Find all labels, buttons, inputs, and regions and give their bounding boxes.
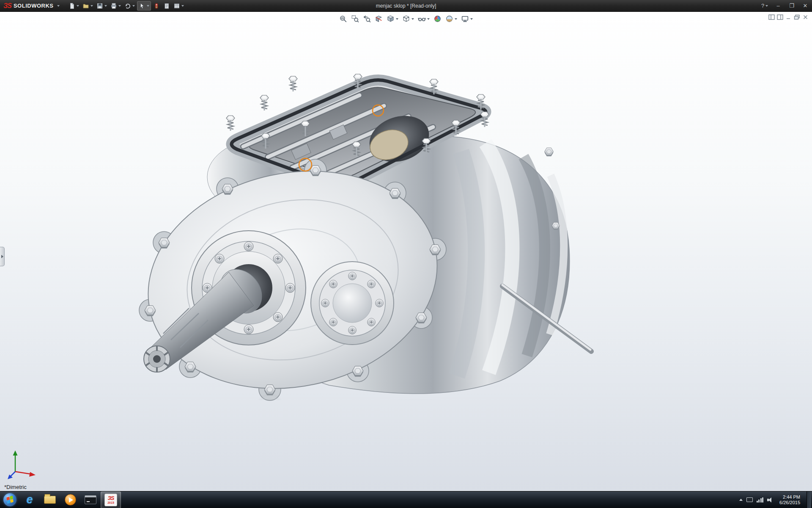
previous-view-button[interactable] xyxy=(362,14,372,24)
gearbox-3d-model-canvas[interactable] xyxy=(0,12,812,491)
window-controls: ? – ❐ ✕ xyxy=(758,0,812,11)
solidworks-version-badge: 2015 xyxy=(107,501,114,504)
print-button[interactable] xyxy=(109,2,122,10)
dropdown-caret-icon xyxy=(181,5,184,7)
output-cover-boss[interactable] xyxy=(311,262,394,345)
dropdown-caret-icon xyxy=(427,18,430,20)
solidworks-logo-glyph: ЗS xyxy=(107,495,114,501)
display-tray-icon[interactable] xyxy=(746,497,753,502)
restore-icon xyxy=(794,14,800,20)
command-prompt-icon xyxy=(85,495,96,504)
network-tray-icon[interactable] xyxy=(757,497,764,502)
restore-document-button[interactable] xyxy=(794,14,800,22)
open-folder-icon xyxy=(82,3,89,9)
dropdown-caret-icon xyxy=(470,18,473,20)
taskbar-solidworks-2015[interactable]: ЗS 2015 xyxy=(101,491,121,508)
appearance-ball-icon xyxy=(433,15,442,23)
zoom-to-fit-button[interactable] xyxy=(338,14,348,24)
section-view-button[interactable] xyxy=(373,14,384,24)
minimize-button[interactable]: – xyxy=(771,0,785,11)
show-desktop-button[interactable] xyxy=(807,491,811,508)
restore-glyph: ❐ xyxy=(789,3,794,9)
dropdown-caret-icon xyxy=(455,18,457,20)
minimize-document-button[interactable] xyxy=(785,14,792,22)
undo-button[interactable] xyxy=(123,2,136,10)
start-button[interactable] xyxy=(0,491,19,508)
zoom-to-area-icon xyxy=(351,15,359,23)
tile-panes-left-button[interactable] xyxy=(768,14,775,22)
options-icon xyxy=(173,3,180,9)
section-view-icon xyxy=(375,15,383,23)
title-bar: ЗS SOLIDWORKS xyxy=(0,0,812,12)
show-hidden-icons-button[interactable] xyxy=(739,499,743,501)
options-button[interactable] xyxy=(172,2,185,10)
minimize-icon xyxy=(785,14,792,20)
model-reflection xyxy=(128,381,591,491)
monitor-icon xyxy=(461,15,469,23)
dassault-3ds-logo-icon: ЗS xyxy=(3,2,11,10)
taskbar-file-explorer[interactable] xyxy=(40,491,60,508)
document-title: menjac sklop * [Read-only] xyxy=(376,0,436,12)
view-orientation-button[interactable] xyxy=(385,14,400,24)
internet-explorer-icon: e xyxy=(26,494,33,505)
system-tray: 2:44 PM 6/26/2015 xyxy=(739,491,812,508)
menu-caret-icon xyxy=(57,5,60,7)
zoom-to-area-button[interactable] xyxy=(350,14,360,24)
taskbar-clock[interactable]: 2:44 PM 6/26/2015 xyxy=(777,494,803,505)
new-document-button[interactable] xyxy=(67,2,80,10)
file-properties-icon xyxy=(163,3,170,9)
restore-button[interactable]: ❐ xyxy=(785,0,798,11)
save-button[interactable] xyxy=(95,2,108,10)
rebuild-button[interactable] xyxy=(152,2,161,10)
dropdown-caret-icon xyxy=(91,5,93,7)
graphics-area[interactable]: *Dimetric xyxy=(0,12,812,491)
file-properties-button[interactable] xyxy=(162,2,171,10)
minimize-glyph: – xyxy=(776,3,779,9)
split-pane-right-icon xyxy=(777,14,783,20)
tile-panes-right-button[interactable] xyxy=(777,14,783,22)
eyeglasses-icon xyxy=(418,15,426,23)
feature-manager-collapsed-tab[interactable] xyxy=(0,247,5,266)
close-glyph: ✕ xyxy=(803,3,808,9)
close-icon xyxy=(802,14,809,20)
dropdown-caret-icon xyxy=(132,5,135,7)
help-glyph: ? xyxy=(761,3,764,9)
dropdown-caret-icon xyxy=(118,5,121,7)
orientation-triad xyxy=(6,447,40,481)
dropdown-caret-icon xyxy=(104,5,107,7)
help-button[interactable]: ? xyxy=(758,0,771,11)
taskbar-command-prompt[interactable] xyxy=(80,491,101,508)
volume-tray-icon[interactable] xyxy=(767,497,773,502)
edit-appearance-button[interactable] xyxy=(432,14,443,24)
document-window-controls xyxy=(768,14,809,22)
split-pane-left-icon xyxy=(768,14,775,20)
hide-show-items-button[interactable] xyxy=(417,14,431,24)
taskbar-media-player[interactable] xyxy=(60,491,80,508)
new-document-icon xyxy=(69,3,75,9)
open-document-button[interactable] xyxy=(81,2,94,10)
windows-orb-icon xyxy=(3,493,16,506)
heads-up-view-toolbar xyxy=(338,14,474,24)
solidworks-app-icon: ЗS 2015 xyxy=(104,494,117,506)
display-style-button[interactable] xyxy=(401,14,415,24)
dropdown-caret-icon xyxy=(396,18,398,20)
apply-scene-button[interactable] xyxy=(444,14,458,24)
dropdown-caret-icon xyxy=(765,5,768,7)
close-button[interactable]: ✕ xyxy=(798,0,812,11)
expand-arrow-icon xyxy=(1,255,3,258)
display-style-cube-icon xyxy=(402,15,410,23)
close-document-button[interactable] xyxy=(802,14,809,22)
dropdown-caret-icon xyxy=(77,5,79,7)
solidworks-menu-button[interactable]: ЗS SOLIDWORKS xyxy=(0,0,65,11)
dropdown-caret-icon xyxy=(147,5,149,7)
clock-time: 2:44 PM xyxy=(779,494,800,500)
windows-flag-icon xyxy=(6,496,14,504)
taskbar-internet-explorer[interactable]: e xyxy=(19,491,40,508)
rebuild-icon xyxy=(153,3,160,9)
scene-sphere-icon xyxy=(445,15,453,23)
select-tool-button[interactable] xyxy=(137,1,151,11)
view-orientation-cube-icon xyxy=(387,15,395,23)
view-settings-button[interactable] xyxy=(460,14,474,24)
gearbox-model[interactable] xyxy=(128,74,591,414)
media-player-icon xyxy=(65,494,76,505)
